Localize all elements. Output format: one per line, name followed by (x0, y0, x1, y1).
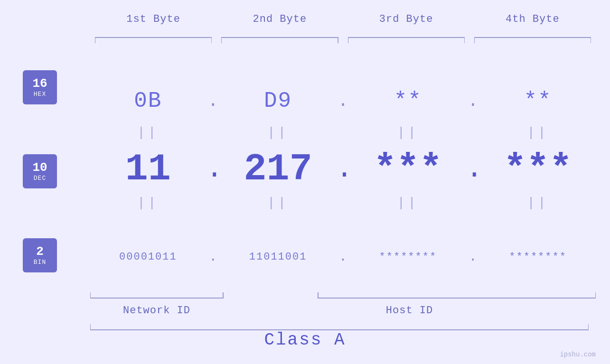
dec-byte-3: *** (350, 148, 466, 191)
bracket-1 (95, 36, 212, 47)
class-label: Class A (0, 330, 610, 350)
network-id-label: Network ID (90, 305, 223, 317)
dec-dot-3: . (466, 153, 480, 185)
bin-dot-1: . (206, 250, 220, 264)
bracket-2 (221, 36, 338, 47)
hex-badge: 16 HEX (23, 70, 57, 104)
base-labels: 16 HEX 10 DEC 2 BIN (23, 70, 57, 272)
bin-dot-3: . (466, 250, 480, 264)
dec-byte-2: 217 (220, 148, 336, 191)
equals-row-2: || || || || (90, 194, 596, 212)
byte-header-2: 2nd Byte (216, 13, 343, 25)
eq-1-4: || (480, 125, 596, 140)
eq-2-3: || (350, 196, 466, 210)
dec-dot-1: . (206, 153, 220, 185)
host-id-label: Host ID (223, 305, 596, 317)
dec-dot-2: . (336, 153, 350, 185)
bin-dot-2: . (336, 250, 350, 264)
rows-container: 0B . D9 . ** . ** || || || || 11 . 217 .… (90, 52, 596, 273)
byte-header-1: 1st Byte (90, 13, 216, 25)
watermark: ipshu.com (560, 351, 596, 358)
eq-1-1: || (90, 125, 206, 140)
segment-labels: Network ID Host ID (90, 305, 596, 317)
byte-header-4: 4th Byte (469, 13, 596, 25)
bracket-4 (474, 36, 591, 47)
eq-2-1: || (90, 196, 206, 210)
bin-label: BIN (34, 259, 46, 266)
bracket-3 (348, 36, 465, 47)
dec-row: 11 . 217 . *** . *** (90, 145, 596, 193)
hex-dot-1: . (206, 92, 220, 111)
hex-byte-2: D9 (220, 89, 336, 113)
bin-badge: 2 BIN (23, 238, 57, 272)
dec-byte-1: 11 (90, 148, 206, 191)
bin-byte-2: 11011001 (220, 251, 336, 263)
hex-dot-3: . (466, 92, 480, 111)
bin-byte-4: ******** (480, 251, 596, 263)
eq-2-4: || (480, 196, 596, 210)
eq-1-3: || (350, 125, 466, 140)
eq-2-2: || (220, 196, 336, 210)
hex-byte-4: ** (480, 89, 596, 113)
eq-1-2: || (220, 125, 336, 140)
hex-dot-2: . (336, 92, 350, 111)
main-container: 1st Byte 2nd Byte 3rd Byte 4th Byte 16 H… (0, 0, 610, 364)
header-brackets (90, 36, 596, 47)
hex-row: 0B . D9 . ** . ** (90, 80, 596, 122)
bin-byte-3: ******** (350, 251, 466, 263)
hex-number: 16 (32, 77, 47, 91)
bin-number: 2 (36, 245, 44, 259)
byte-headers: 1st Byte 2nd Byte 3rd Byte 4th Byte (90, 13, 596, 25)
dec-badge: 10 DEC (23, 154, 57, 188)
hex-byte-3: ** (350, 89, 466, 113)
hex-label: HEX (34, 91, 46, 98)
equals-row-1: || || || || (90, 123, 596, 141)
bottom-brackets (90, 291, 596, 300)
dec-label: DEC (34, 175, 46, 182)
hex-byte-1: 0B (90, 89, 206, 113)
bin-byte-1: 00001011 (90, 251, 206, 263)
byte-header-3: 3rd Byte (343, 13, 469, 25)
dec-number: 10 (32, 161, 47, 175)
dec-byte-4: *** (480, 148, 596, 191)
bin-row: 00001011 . 11011001 . ******** . *******… (90, 240, 596, 273)
